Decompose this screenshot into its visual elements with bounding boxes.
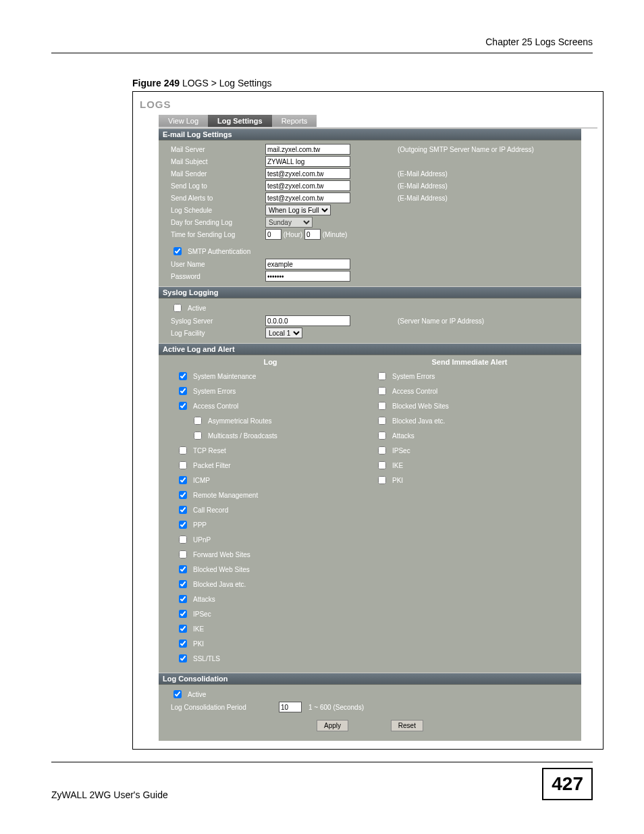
page-number-box: 427 xyxy=(542,768,593,800)
log-column: Log System Maintenance System Errors Acc… xyxy=(171,358,370,666)
log-pkt-filter-checkbox[interactable] xyxy=(179,461,187,469)
syslog-server-label: Syslog Server xyxy=(171,317,265,325)
password-input[interactable] xyxy=(265,271,350,282)
section-consolidation: Log Consolidation xyxy=(159,673,581,685)
log-ppp-label: PPP xyxy=(193,521,207,529)
log-upnp-label: UPnP xyxy=(193,536,211,544)
send-log-to-hint: (E-Mail Address) xyxy=(394,182,581,190)
log-sys-err-checkbox[interactable] xyxy=(179,387,187,395)
alert-ipsec-label: IPSec xyxy=(392,447,410,454)
log-fwd-checkbox[interactable] xyxy=(179,550,187,558)
reset-button[interactable]: Reset xyxy=(391,720,423,731)
log-remote-checkbox[interactable] xyxy=(179,491,187,499)
send-alerts-to-label: Send Alerts to xyxy=(171,194,265,202)
alert-attacks-checkbox[interactable] xyxy=(378,432,386,440)
figure-screenshot: LOGS View LogLog SettingsReports E-mail … xyxy=(132,91,603,750)
tab-view-log[interactable]: View Log xyxy=(159,115,208,127)
mail-server-input[interactable] xyxy=(265,144,350,155)
apply-button[interactable]: Apply xyxy=(317,720,348,731)
send-log-to-label: Send Log to xyxy=(171,182,265,190)
consolidation-period-input[interactable] xyxy=(279,702,302,712)
alert-access-checkbox[interactable] xyxy=(378,387,386,395)
section-syslog: Syslog Logging xyxy=(159,286,581,298)
alert-ike-label: IKE xyxy=(392,462,403,469)
log-blk-java-checkbox[interactable] xyxy=(179,580,187,588)
consolidation-active-checkbox[interactable] xyxy=(173,690,182,698)
send-alerts-to-input[interactable] xyxy=(265,192,350,203)
syslog-active-label: Active xyxy=(188,305,206,312)
alert-ipsec-checkbox[interactable] xyxy=(378,446,386,454)
rule-bottom xyxy=(51,762,593,762)
log-ipsec-checkbox[interactable] xyxy=(179,610,187,618)
page-number: 427 xyxy=(552,773,583,794)
mail-subject-input[interactable] xyxy=(265,156,350,167)
log-asym-checkbox[interactable] xyxy=(194,417,202,425)
password-label: Password xyxy=(171,273,265,280)
alert-access-label: Access Control xyxy=(392,388,437,395)
send-log-to-input[interactable] xyxy=(265,180,350,191)
log-pki-checkbox[interactable] xyxy=(179,640,187,648)
log-access-checkbox[interactable] xyxy=(179,402,187,410)
log-pkt-filter-label: Packet Filter xyxy=(193,462,231,469)
settings-panel: E-mail Log Settings Mail Server (Outgoin… xyxy=(159,128,581,741)
log-attacks-checkbox[interactable] xyxy=(179,595,187,603)
log-ppp-checkbox[interactable] xyxy=(179,521,187,529)
tab-reports[interactable]: Reports xyxy=(272,115,317,127)
mail-sender-input[interactable] xyxy=(265,168,350,179)
chapter-header: Chapter 25 Logs Screens xyxy=(51,36,593,47)
log-icmp-checkbox[interactable] xyxy=(179,476,187,484)
alert-sys-err-checkbox[interactable] xyxy=(378,372,386,380)
log-call-label: Call Record xyxy=(193,506,228,514)
log-access-label: Access Control xyxy=(193,402,238,410)
log-ike-checkbox[interactable] xyxy=(179,625,187,633)
alert-blk-java-checkbox[interactable] xyxy=(378,417,386,425)
mail-sender-label: Mail Sender xyxy=(171,170,265,178)
log-schedule-select[interactable]: When Log is Full xyxy=(265,205,331,215)
tab-log-settings[interactable]: Log Settings xyxy=(208,115,272,127)
hour-input[interactable] xyxy=(265,229,281,240)
log-attacks-label: Attacks xyxy=(193,596,215,603)
tabs: View LogLog SettingsReports xyxy=(159,114,597,128)
alert-column: Send Immediate Alert System Errors Acces… xyxy=(370,358,569,666)
alert-blk-web-checkbox[interactable] xyxy=(378,402,386,410)
alert-column-header: Send Immediate Alert xyxy=(370,358,569,366)
log-multi-checkbox[interactable] xyxy=(194,432,202,440)
mail-server-label: Mail Server xyxy=(171,146,265,153)
minute-input[interactable] xyxy=(304,229,321,240)
consolidation-active-label: Active xyxy=(188,691,206,698)
log-remote-label: Remote Management xyxy=(193,492,258,499)
syslog-active-checkbox[interactable] xyxy=(173,304,182,312)
log-icmp-label: ICMP xyxy=(193,477,210,484)
rule-top xyxy=(51,53,593,53)
figure-number: Figure 249 xyxy=(132,78,180,88)
alert-pki-checkbox[interactable] xyxy=(378,476,386,484)
log-blk-web-checkbox[interactable] xyxy=(179,565,187,573)
log-tcp-reset-checkbox[interactable] xyxy=(179,446,187,454)
log-facility-select[interactable]: Local 1 xyxy=(265,328,302,338)
log-call-checkbox[interactable] xyxy=(179,506,187,514)
alert-ike-checkbox[interactable] xyxy=(378,461,386,469)
alert-sys-err-label: System Errors xyxy=(392,373,435,380)
alert-blk-java-label: Blocked Java etc. xyxy=(392,417,445,425)
log-ssl-checkbox[interactable] xyxy=(179,654,187,662)
alert-pki-label: PKI xyxy=(392,477,403,484)
log-schedule-label: Log Schedule xyxy=(171,207,265,214)
alert-blk-web-label: Blocked Web Sites xyxy=(392,402,449,410)
log-sys-maint-checkbox[interactable] xyxy=(179,372,187,380)
section-active-log: Active Log and Alert xyxy=(159,343,581,355)
figure-caption: Figure 249 LOGS > Log Settings xyxy=(132,78,593,88)
send-alerts-to-hint: (E-Mail Address) xyxy=(394,194,581,202)
mail-sender-hint: (E-Mail Address) xyxy=(394,170,581,178)
log-asym-label: Asymmetrical Routes xyxy=(208,417,271,425)
log-upnp-checkbox[interactable] xyxy=(179,536,187,544)
log-blk-web-label: Blocked Web Sites xyxy=(193,566,250,573)
smtp-auth-checkbox[interactable] xyxy=(173,247,182,255)
minute-unit: (Minute) xyxy=(323,231,348,238)
log-column-header: Log xyxy=(171,358,370,366)
username-input[interactable] xyxy=(265,259,350,269)
syslog-server-input[interactable] xyxy=(265,315,350,326)
log-ssl-label: SSL/TLS xyxy=(193,655,220,662)
figure-title: LOGS > Log Settings xyxy=(180,78,272,88)
section-email: E-mail Log Settings xyxy=(159,128,581,140)
day-sending-select[interactable]: Sunday xyxy=(265,217,313,228)
